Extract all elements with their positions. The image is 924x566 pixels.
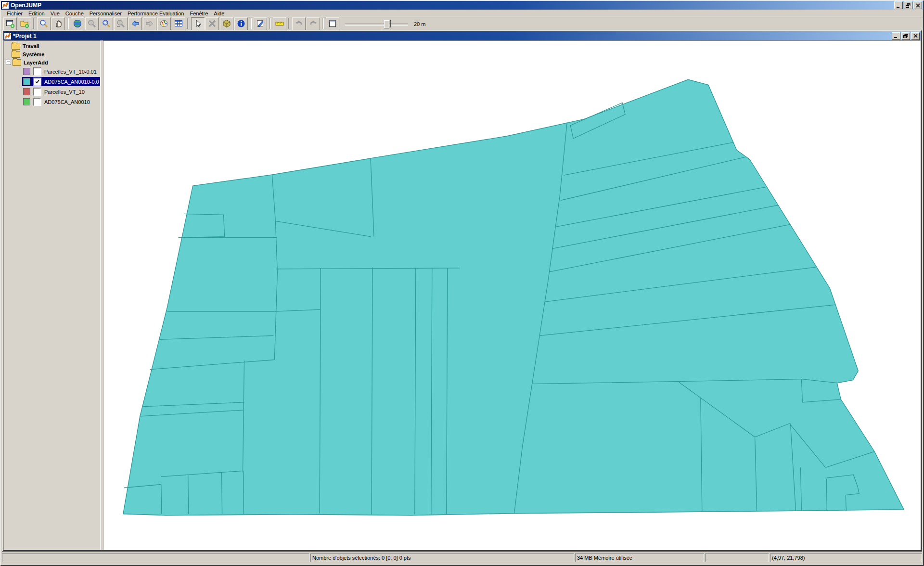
project-window-title: *Projet 1 xyxy=(13,33,37,39)
new-project-icon xyxy=(5,19,15,29)
redo-icon xyxy=(308,19,318,29)
tree-folder-label: LayerAdd xyxy=(24,60,48,65)
toolbar: 20 m xyxy=(1,17,923,30)
styles-button[interactable] xyxy=(157,17,171,30)
editing-toolbox-button[interactable] xyxy=(254,17,267,30)
status-bar: Nombre d'objets sélectionés: 0 [0, 0] 0 … xyxy=(1,553,923,565)
layer-color-swatch xyxy=(23,98,30,105)
layer-row[interactable]: AD075CA_AN0010 xyxy=(4,97,100,107)
layer-color-swatch xyxy=(23,68,30,75)
attribute-table-button[interactable] xyxy=(172,17,185,30)
select-button[interactable] xyxy=(191,17,205,30)
open-project-button[interactable] xyxy=(18,17,31,30)
fence-icon xyxy=(328,19,337,29)
toolbar-separator xyxy=(250,18,252,29)
layer-color-swatch xyxy=(23,78,30,85)
new-project-button[interactable] xyxy=(3,17,17,30)
parcel-map[interactable] xyxy=(103,41,920,550)
toolbar-separator xyxy=(269,18,271,29)
scale-label: 20 m xyxy=(414,21,425,27)
layer-visibility-checkbox[interactable] xyxy=(33,98,41,106)
pan-icon xyxy=(53,19,63,29)
zoom-last-icon xyxy=(116,19,126,29)
menu-fen-tre[interactable]: Fenêtre xyxy=(187,10,211,17)
previous-extent-icon xyxy=(130,19,140,29)
toolbar-separator xyxy=(187,18,189,29)
layer-label: Parcelles_VT_10 xyxy=(44,89,85,95)
feature-info-button[interactable] xyxy=(234,17,248,30)
status-selection-segment: Nombre d'objets sélectionés: 0 [0, 0] 0 … xyxy=(310,553,574,562)
toolbar-separator xyxy=(33,18,35,29)
zoom-realtime-icon xyxy=(102,19,111,29)
menu-fichier[interactable]: Fichier xyxy=(4,10,26,17)
pan-button[interactable] xyxy=(51,17,65,30)
tree-expand-icon[interactable] xyxy=(6,60,11,65)
layer-row[interactable]: Parcelles_VT_10-0.01 xyxy=(4,66,100,77)
scale-slider[interactable] xyxy=(345,19,408,28)
measure-button[interactable] xyxy=(273,17,286,30)
zoom-selection-button[interactable] xyxy=(85,17,99,30)
layer-tree-panel: TravailSystèmeLayerAddParcelles_VT_10-0.… xyxy=(3,40,101,550)
tree-folder-système[interactable]: Système xyxy=(4,50,100,58)
scale-slider-handle[interactable] xyxy=(384,20,389,28)
next-extent-button[interactable] xyxy=(143,17,156,30)
layer-label: AD075CA_AN0010-0.0 xyxy=(44,79,99,85)
zoom-full-extent-button[interactable] xyxy=(71,17,84,30)
styles-icon xyxy=(159,19,169,29)
layer-row[interactable]: AD075CA_AN0010-0.0 xyxy=(4,77,100,87)
zoom-full-extent-icon xyxy=(73,19,82,29)
layer-visibility-checkbox[interactable] xyxy=(33,67,41,76)
previous-extent-button[interactable] xyxy=(128,17,142,30)
menu-vue[interactable]: Vue xyxy=(48,10,63,17)
3d-view-icon xyxy=(222,19,231,29)
openjump-logo-icon xyxy=(2,2,9,9)
feature-info-icon xyxy=(236,19,246,29)
measure-icon xyxy=(275,19,284,29)
menu-performance-evaluation[interactable]: Performance Evaluation xyxy=(125,10,187,17)
tree-folder-layeradd[interactable]: LayerAdd xyxy=(4,58,100,66)
window-minimize-button[interactable] xyxy=(894,1,903,9)
project-minimize-button[interactable] xyxy=(892,32,900,40)
map-canvas[interactable] xyxy=(103,40,921,550)
project-close-button[interactable] xyxy=(911,32,920,40)
parcel-outline xyxy=(123,79,904,515)
toolbar-separator xyxy=(288,18,290,29)
menu-aide[interactable]: Aide xyxy=(211,10,227,17)
title-bar: OpenJUMP xyxy=(1,1,923,10)
toolbar-separator xyxy=(322,18,324,29)
window-close-button[interactable] xyxy=(913,1,922,9)
menu-edition[interactable]: Edition xyxy=(26,10,48,17)
tree-folder-travail[interactable]: Travail xyxy=(4,42,100,50)
tree-folder-label: Système xyxy=(23,51,44,57)
zoom-in-button[interactable] xyxy=(37,17,51,30)
scale-slider-rail xyxy=(345,24,408,26)
zoom-in-icon xyxy=(39,19,49,29)
zoom-last-button[interactable] xyxy=(114,17,128,30)
layer-visibility-checkbox[interactable] xyxy=(33,88,41,96)
project-icon xyxy=(4,33,11,39)
open-project-icon xyxy=(20,19,29,29)
project-restore-button[interactable] xyxy=(901,32,910,40)
layer-label: AD075CA_AN0010 xyxy=(44,99,90,105)
window-restore-button[interactable] xyxy=(904,1,912,9)
folder-icon xyxy=(13,59,21,66)
zoom-selection-icon xyxy=(87,19,97,29)
layer-row[interactable]: Parcelles_VT_10 xyxy=(4,87,100,97)
application-window: OpenJUMP FichierEditionVueCouchePersonna… xyxy=(0,0,924,566)
zoom-realtime-button[interactable] xyxy=(100,17,113,30)
menu-bar: FichierEditionVueCouchePersonnaliserPerf… xyxy=(1,10,923,17)
undo-button[interactable] xyxy=(292,17,306,30)
project-internal-window: *Projet 1 TravailSystèmeLayerAddParcelle… xyxy=(2,30,922,552)
select-icon xyxy=(193,19,203,29)
layer-visibility-checkbox[interactable] xyxy=(33,77,41,86)
scale-slider-tick xyxy=(390,20,391,27)
menu-personnaliser[interactable]: Personnaliser xyxy=(87,10,125,17)
menu-couche[interactable]: Couche xyxy=(63,10,87,17)
redo-button[interactable] xyxy=(307,17,320,30)
fence-button[interactable] xyxy=(326,17,339,30)
layer-label: Parcelles_VT_10-0.01 xyxy=(44,69,97,75)
delete-selection-button[interactable] xyxy=(205,17,219,30)
status-message-segment xyxy=(2,553,309,562)
layer-color-swatch xyxy=(23,88,30,95)
3d-view-button[interactable] xyxy=(220,17,233,30)
